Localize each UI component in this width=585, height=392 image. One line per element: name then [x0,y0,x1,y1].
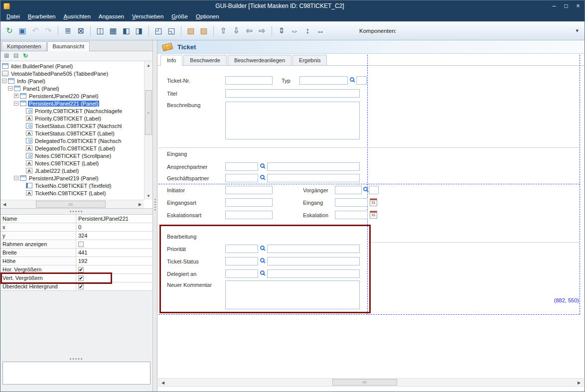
align-left-icon[interactable]: ◧ [120,25,132,37]
tree-item[interactable]: VetoableTabbedPane505 (TabbedPane) [0,70,144,77]
prioritaet-name-input[interactable] [267,245,360,253]
tree-item[interactable]: Notes.C98TICKET (Scrollpane) [0,152,144,159]
tree-item[interactable]: APriority.C98TICKET (Label) [0,115,144,122]
menu-item-ausrichten[interactable]: Ausrichten [60,12,95,20]
scroll-right-button[interactable]: ▶ [575,379,583,387]
eingang-date-input[interactable] [335,198,368,207]
match-height-icon[interactable]: ↕ [301,25,313,37]
eskalation-calendar-icon[interactable]: 31 [370,211,377,219]
tree-item[interactable]: −PersistentJPanel219 (Panel) [0,174,144,182]
copy-style-icon[interactable]: ▧ [185,25,197,37]
typ-code-input[interactable] [356,76,367,85]
tree-item[interactable]: −PersistentJPanel221 (Panel) [0,100,144,107]
menu-item-anpassen[interactable]: Anpassen [95,12,128,20]
neuer-kommentar-textarea[interactable] [225,280,360,309]
vorgaenger-input[interactable] [335,186,362,194]
horizontal-splitter-bottom[interactable]: ••••• [0,356,152,362]
delegiert-an-name-input[interactable] [267,269,360,278]
vorgaenger-code-input[interactable] [369,186,379,194]
close-button[interactable]: × [575,2,582,9]
property-value[interactable]: ✔ [76,282,152,290]
collapse-icon[interactable]: − [2,79,6,83]
expand-all-icon[interactable]: ⊞ [3,53,10,60]
align-right-icon[interactable]: ◨ [133,25,145,37]
move-left-icon[interactable]: ⇦ [243,25,255,37]
form-tab-ergebnis[interactable]: Ergebnis [292,55,327,65]
tree-item[interactable]: Priority.C98TICKET (Nachschlagefe [0,107,144,115]
form-tab-beschwerdeanliegen[interactable]: Beschwerdeanliegen [228,55,292,65]
geschaeftspartner-code-input[interactable] [225,174,258,182]
scroll-right-button[interactable]: ▶ [136,200,144,208]
refresh-tree-icon[interactable]: ↻ [22,53,29,60]
align-top-icon[interactable]: ◰ [152,25,164,37]
eingangsart-input[interactable] [225,198,273,207]
ticket-status-code-input[interactable] [225,257,258,265]
horizontal-splitter[interactable]: ••••• [0,209,152,214]
resize-width-icon[interactable]: ⇔ [289,25,300,37]
menu-item-größe[interactable]: Größe [167,12,192,20]
property-value[interactable]: 0 [76,223,152,231]
scroll-up-button[interactable]: ▲ [145,61,152,69]
maximize-button[interactable]: □ [563,2,570,9]
checkbox-checked-icon[interactable]: ✔ [78,275,84,281]
horizontal-scrollbar-thumb[interactable]: III [36,201,106,208]
collapse-icon[interactable]: − [14,176,18,180]
canvas-scrollbar-thumb[interactable]: III [332,379,397,386]
checkbox-unchecked-icon[interactable] [78,242,84,247]
property-value[interactable]: 192 [76,257,152,265]
typ-lookup-icon[interactable] [350,77,354,82]
ansprechpartner-code-input[interactable] [225,162,258,171]
minimize-button[interactable]: – [551,2,558,9]
tree-item[interactable]: +PersistentJPanel220 (Panel) [0,92,144,100]
eingang-calendar-icon[interactable]: 31 [370,198,377,206]
scroll-down-button[interactable]: ▼ [145,192,152,200]
form-tab-beschwerde[interactable]: Beschwerde [183,55,227,65]
app-icon[interactable] [3,3,10,9]
tree-item[interactable]: −Info (Panel) [0,77,144,85]
property-value[interactable]: ✔ [76,265,152,273]
checkbox-checked-icon[interactable]: ✔ [78,267,84,272]
form-tab-info[interactable]: Info [160,55,182,66]
prioritaet-code-input[interactable] [225,245,258,253]
tree-horizontal-scrollbar[interactable]: ◀ III ▶ [0,200,144,208]
save-icon[interactable]: ▣ [16,25,28,37]
beschreibung-textarea[interactable] [225,102,360,139]
panel-splitter[interactable]: ••••• [153,40,157,392]
scroll-left-button[interactable]: ◀ [0,200,8,208]
delegiert-an-code-input[interactable] [225,269,258,278]
delete-component-icon[interactable]: ⊠ [75,25,87,37]
typ-input[interactable] [299,76,348,85]
tree-item[interactable]: AJLabel222 (Label) [0,167,144,174]
vertical-scrollbar-thumb[interactable]: ≡ [145,90,152,135]
ticket-status-name-input[interactable] [267,257,360,265]
tree-item[interactable]: TicketStatus.C98TICKET (Nachschl [0,122,144,130]
expand-icon[interactable]: + [14,94,18,98]
tree-item[interactable]: ADelegatedTo.C98TICKET (Label) [0,144,144,152]
eskalationsart-input[interactable] [225,211,273,219]
geschaeftspartner-name-input[interactable] [267,174,360,182]
komponenten-combobox[interactable]: Komponenten: ▾ [359,27,582,34]
eskalation-date-input[interactable] [335,211,368,219]
tree-item[interactable]: ATicketStatus.C98TICKET (Label) [0,130,144,137]
tab-baumansicht[interactable]: Baumansicht [47,41,90,51]
tree-item[interactable]: ANotes.C98TICKET (Label) [0,159,144,167]
tree-item[interactable]: TicketNo.C98TICKET (Textfeld) [0,182,144,189]
tree-item[interactable]: −Panel1 (Panel) [0,85,144,92]
property-value[interactable] [76,240,152,248]
geschaeftspartner-lookup-icon[interactable] [260,175,265,179]
refresh-icon[interactable]: ↻ [3,25,15,37]
menu-item-verschieben[interactable]: Verschieben [128,12,167,20]
move-down-icon[interactable]: ⇩ [230,25,242,37]
initiator-input[interactable] [225,186,273,194]
ansprechpartner-lookup-icon[interactable] [260,163,265,168]
tab-komponenten[interactable]: Komponenten [1,41,47,51]
prioritaet-lookup-icon[interactable] [260,246,265,250]
collapse-all-icon[interactable]: ⊟ [12,53,19,60]
component-list-icon[interactable]: ≣ [62,25,74,37]
menu-item-optionen[interactable]: Optionen [192,12,223,20]
property-value[interactable]: 324 [76,232,152,240]
property-value[interactable]: ✔ [76,274,152,282]
ansprechpartner-name-input[interactable] [267,162,360,171]
match-width-icon[interactable]: ↔ [314,25,326,37]
collapse-icon[interactable]: − [8,86,12,91]
